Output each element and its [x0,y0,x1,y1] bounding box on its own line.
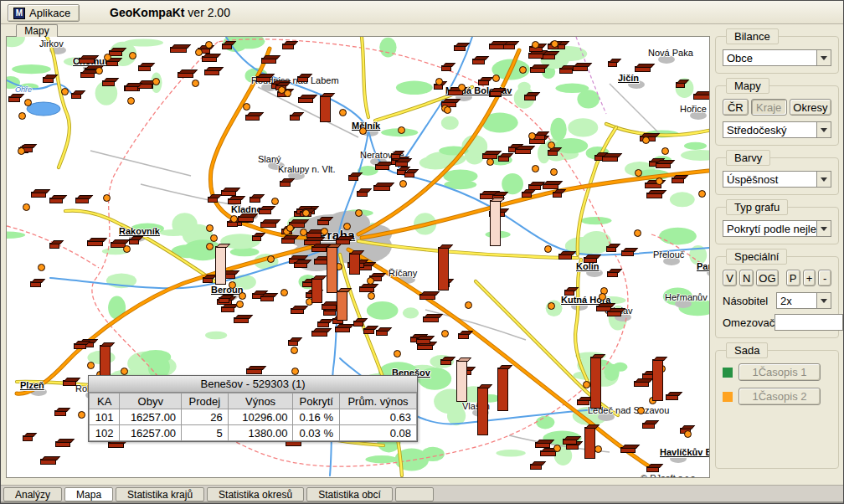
map-marker-dot [127,97,135,105]
map-marker-box [515,148,531,154]
map-marker-dot [23,203,30,211]
nasobitel-select-value: 2x [777,293,816,308]
map-marker-dot [123,245,131,253]
map-marker-box [245,115,260,121]
map-marker-box [306,232,322,238]
map-marker-box [559,68,573,74]
aplikace-button[interactable]: M Aplikace [8,4,80,22]
map-marker-box [535,442,550,448]
bottom-tab-empty[interactable] [395,487,434,501]
sada-button-2[interactable]: 1Časopis 2 [738,388,821,405]
tab-mapy[interactable]: Mapy [16,24,58,37]
map-marker-box [363,328,374,334]
map-marker-box [291,308,304,314]
special-button-sym-4[interactable]: + [803,270,816,286]
popup-data-table: KAObyvProdejVýnosPokrytíPrům. výnos 1011… [89,393,417,441]
dropdown-arrow-icon[interactable] [816,122,831,137]
map-bar-dark [590,357,601,409]
bottom-tab-statistika-kraju[interactable]: Statistika krajů [116,487,204,501]
map-bar-light [456,360,467,402]
map-marker-box [498,156,509,162]
map-panel[interactable]: JirkovChomutovOhřeRoudnice nad LabemMěln… [6,36,710,478]
sada-item-1: 1Časopis 1 [723,363,831,381]
typ-grafu-select[interactable]: Pokrytí podle nejlepších [723,220,831,237]
special-button-sym-5[interactable]: - [818,270,831,286]
bottom-tab-analyzy[interactable]: Analýzy [3,487,62,501]
map-marker-dot [87,362,95,369]
map-marker-box [282,44,294,49]
map-scope-button-cr[interactable]: ČR [723,99,749,116]
bottom-tab-mapa[interactable]: Mapa [64,487,113,501]
dropdown-arrow-icon[interactable] [816,293,831,308]
map-marker-box [563,439,577,445]
map-marker-dot [284,90,291,97]
group-bilance-legend: Bilance [726,28,779,44]
map-marker-dot [103,194,111,202]
popup-row: 10216257.0051380.000.03 %0.08 [90,425,417,441]
map-marker-box [353,321,363,327]
map-marker-box [602,156,618,162]
map-marker-dot [359,127,367,135]
map-marker-box [311,246,327,252]
omezovac-input[interactable] [775,314,843,331]
special-button-og[interactable]: OG [756,270,778,286]
map-marker-dot [519,66,527,74]
map-marker-box [606,246,616,252]
special-button-n[interactable]: N [739,270,754,286]
dropdown-arrow-icon[interactable] [816,221,831,236]
map-marker-box [311,331,327,337]
map-marker-box [656,162,671,168]
kraj-select[interactable]: Středočeský [723,121,831,138]
dropdown-arrow-icon[interactable] [816,172,831,187]
map-bar-dark [320,95,331,122]
bilance-select[interactable]: Obce [723,49,831,66]
map-marker-box [203,277,213,283]
sada-item-2: 1Časopis 2 [723,388,831,405]
bottom-tab-statistika-obci[interactable]: Statistika obcí [306,487,393,501]
map-marker-box [256,76,270,82]
bottom-bar: AnalýzyMapaStatistika krajůStatistika ok… [1,485,843,504]
map-marker-box [357,191,368,197]
map-marker-box [634,381,649,387]
map-marker-box [693,94,710,100]
map-marker-box [472,59,485,64]
top-bar: M Aplikace GeoKompaKt ver 2.00 [1,1,843,24]
special-button-v[interactable]: V [723,270,737,286]
map-marker-dot [548,302,555,310]
barvy-select[interactable]: Úspěšnost [723,171,831,188]
group-typ-grafu-legend: Typ grafu [726,199,788,215]
map-scope-button-kraje[interactable]: Kraje [751,99,787,116]
map-marker-box [40,459,56,465]
map-marker-box [440,359,451,365]
map-marker-box [280,181,291,187]
map-marker-box [228,198,241,204]
map-marker-dot [634,229,641,237]
map-marker-box [373,185,390,191]
map-marker-box [666,394,678,400]
nasobitel-select[interactable]: 2x [776,292,831,309]
map-marker-dot [656,177,663,185]
app-title: GeoKompaKt ver 2.00 [110,6,230,19]
map-marker-box [530,464,542,470]
map-marker-dot [230,215,238,223]
map-marker-dot [18,112,26,120]
map-marker-dot [321,228,328,235]
map-marker-dot [24,99,32,106]
map-marker-box [540,450,556,456]
map-marker-box [260,222,276,228]
map-marker-box [577,399,589,405]
sada-button-1[interactable]: 1Časopis 1 [738,363,821,381]
bottom-tab-statistika-okresu[interactable]: Statistika okresů [207,487,304,501]
map-marker-dot [243,103,250,111]
popup-cell: 0.16 % [293,409,340,425]
map-marker-box [672,177,684,183]
map-marker-box [335,327,350,332]
map-marker-box [108,442,124,448]
popup-row: 10116257.002610296.000.16 %0.63 [90,409,417,425]
popup-title: Benešov - 529303 (1) [89,376,417,393]
popup-col-obyv: Obyv [120,393,182,409]
special-button-p[interactable]: P [786,270,800,286]
dropdown-arrow-icon[interactable] [816,50,831,65]
map-scope-button-okresy[interactable]: Okresy [790,99,831,116]
map-marker-box [106,60,118,66]
